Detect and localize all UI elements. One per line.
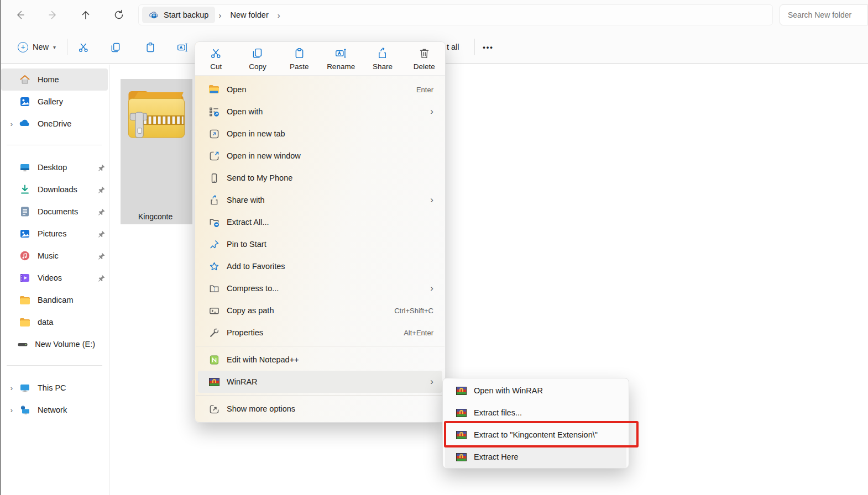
zip-file-tile[interactable]: Kingconte (121, 79, 192, 224)
rename-button[interactable] (172, 39, 192, 56)
chevron-right-icon[interactable]: › (4, 120, 19, 128)
menu-item-open-with[interactable]: Open with (198, 101, 442, 123)
breadcrumb-separator: › (274, 10, 284, 20)
plus-icon: + (18, 42, 28, 52)
window-left-edge (0, 0, 1, 495)
notepadpp-icon (207, 354, 221, 365)
show-more-options-icon (207, 403, 221, 414)
menu-item-add-to-favorites[interactable]: Add to Favorites (198, 255, 442, 277)
rename-icon (177, 42, 188, 53)
submenu-item-extract-to-folder[interactable]: Extract to "Kingcontent Extension\" (445, 424, 626, 446)
sidebar-item-new-volume[interactable]: New Volume (E:) (0, 333, 109, 355)
menu-item-open-in-new-window[interactable]: Open in new window (198, 145, 442, 167)
context-menu: Cut Copy Paste Rename Share Delete (195, 41, 446, 423)
chevron-right-icon[interactable]: › (4, 406, 19, 414)
chevron-down-icon: ▾ (53, 44, 56, 50)
new-button-label: New (33, 43, 49, 51)
sidebar-item-this-pc[interactable]: › This PC (0, 377, 109, 399)
share-with-icon (207, 194, 221, 206)
trash-icon (419, 48, 430, 59)
menu-item-pin-to-start[interactable]: Pin to Start (198, 233, 442, 255)
quick-action-paste[interactable]: Paste (279, 48, 320, 71)
new-button[interactable]: + New ▾ (12, 38, 61, 56)
menu-divider (196, 395, 445, 396)
menu-item-open-in-new-tab[interactable]: Open in new tab (198, 123, 442, 145)
select-all-label-fragment[interactable]: t all (447, 43, 459, 51)
toolbar-divider (67, 39, 67, 55)
scissors-icon (78, 42, 89, 53)
winrar-icon (209, 378, 219, 386)
sidebar-item-network[interactable]: › Network (0, 399, 109, 421)
sidebar-item-music[interactable]: Music (0, 245, 109, 267)
menu-item-copy-as-path[interactable]: Copy as path Ctrl+Shift+C (198, 299, 442, 322)
sidebar-item-bandicam[interactable]: Bandicam (0, 289, 109, 311)
sidebar-item-pictures[interactable]: Pictures (0, 223, 109, 245)
menu-item-extract-all[interactable]: Extract All... (198, 211, 442, 233)
menu-item-send-to-my-phone[interactable]: Send to My Phone (198, 167, 442, 189)
menu-item-properties[interactable]: Properties Alt+Enter (198, 322, 442, 344)
see-more-button[interactable]: ••• (479, 39, 498, 55)
context-menu-list: Open Enter Open with Open in new tab (195, 76, 445, 422)
sidebar-item-documents[interactable]: Documents (0, 201, 109, 223)
paste-button[interactable] (140, 39, 160, 56)
this-pc-icon (19, 382, 31, 394)
scissors-icon (210, 48, 222, 59)
address-bar[interactable]: Start backup › New folder › (138, 4, 773, 25)
open-with-icon (207, 106, 221, 117)
forward-button[interactable] (44, 6, 62, 24)
up-button[interactable] (76, 6, 95, 24)
quick-action-copy[interactable]: Copy (237, 48, 278, 71)
sidebar-item-onedrive[interactable]: › OneDrive (0, 113, 109, 135)
menu-item-share-with[interactable]: Share with (198, 189, 442, 211)
gallery-icon (19, 96, 31, 108)
breadcrumb-current[interactable]: New folder (224, 10, 274, 19)
extract-all-icon (207, 217, 221, 228)
sidebar-item-data[interactable]: data (0, 311, 109, 333)
breadcrumb-root[interactable]: Start backup (142, 7, 215, 23)
rename-icon (335, 48, 347, 59)
open-new-window-icon (207, 150, 221, 161)
submenu-item-extract-here[interactable]: Extract Here (445, 446, 626, 468)
back-button[interactable] (11, 6, 29, 24)
menu-item-edit-with-notepadpp[interactable]: Edit with Notepad++ (198, 349, 442, 371)
menu-item-compress-to[interactable]: Compress to... (198, 277, 442, 299)
sidebar-divider (7, 145, 102, 145)
paste-icon (145, 42, 156, 53)
copy-as-path-icon (207, 305, 221, 316)
chevron-right-icon (430, 376, 433, 387)
breadcrumb-root-label: Start backup (164, 10, 208, 19)
menu-item-winrar[interactable]: WinRAR (198, 371, 442, 393)
submenu-item-open-with-winrar[interactable]: Open with WinRAR (445, 380, 626, 402)
breadcrumb-separator: › (215, 10, 224, 20)
quick-action-delete[interactable]: Delete (404, 48, 445, 71)
desktop-icon (19, 161, 31, 173)
zipped-folder-icon (122, 86, 191, 145)
network-icon (19, 404, 31, 416)
sidebar-item-videos[interactable]: Videos (0, 267, 109, 289)
refresh-button[interactable] (109, 6, 128, 24)
wrench-icon (207, 327, 221, 338)
quick-action-cut[interactable]: Cut (195, 48, 237, 71)
home-icon (19, 73, 31, 86)
menu-item-show-more-options[interactable]: Show more options (198, 398, 442, 420)
onedrive-icon (19, 118, 31, 130)
sidebar-item-downloads[interactable]: Downloads (0, 178, 109, 201)
quick-action-rename[interactable]: Rename (320, 48, 362, 71)
search-input[interactable] (780, 4, 868, 25)
file-explorer-window: Start backup › New folder › + New ▾ t al… (0, 0, 868, 495)
sidebar-item-gallery[interactable]: Gallery (0, 91, 109, 113)
cut-button[interactable] (74, 39, 93, 56)
forward-arrow-icon (48, 9, 59, 20)
paste-icon (294, 48, 305, 59)
pictures-icon (19, 228, 31, 240)
folder-icon (19, 316, 31, 328)
menu-item-open[interactable]: Open Enter (198, 78, 442, 101)
chevron-right-icon[interactable]: › (4, 384, 19, 392)
copy-button[interactable] (106, 39, 126, 56)
sidebar-item-desktop[interactable]: Desktop (0, 156, 109, 178)
quick-action-share[interactable]: Share (362, 48, 403, 71)
sidebar-item-home[interactable]: Home (1, 69, 108, 91)
submenu-item-extract-files[interactable]: Extract files... (445, 402, 626, 424)
navigation-pane: Home Gallery › OneDrive Desktop (0, 65, 109, 495)
videos-icon (19, 272, 31, 284)
